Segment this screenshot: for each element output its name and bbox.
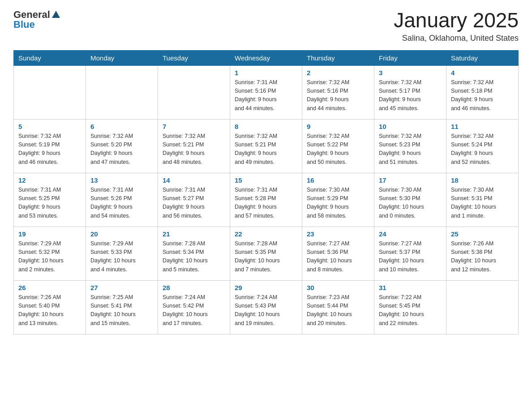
day-info: Sunrise: 7:31 AM Sunset: 5:28 PM Dayligh… xyxy=(235,186,297,221)
weekday-header-saturday: Saturday xyxy=(446,50,519,65)
day-number: 27 xyxy=(90,284,153,291)
calendar-cell: 30Sunrise: 7:23 AM Sunset: 5:44 PM Dayli… xyxy=(302,280,374,334)
week-row-3: 12Sunrise: 7:31 AM Sunset: 5:25 PM Dayli… xyxy=(14,173,519,227)
day-info: Sunrise: 7:30 AM Sunset: 5:31 PM Dayligh… xyxy=(451,186,514,221)
logo-blue-text: Blue xyxy=(13,19,35,30)
day-info: Sunrise: 7:27 AM Sunset: 5:37 PM Dayligh… xyxy=(379,240,442,274)
day-number: 30 xyxy=(307,284,369,291)
day-info: Sunrise: 7:32 AM Sunset: 5:16 PM Dayligh… xyxy=(307,78,369,113)
page-header: General Blue January 2025 Salina, Oklaho… xyxy=(13,9,519,43)
day-info: Sunrise: 7:26 AM Sunset: 5:40 PM Dayligh… xyxy=(18,293,81,328)
calendar-cell: 26Sunrise: 7:26 AM Sunset: 5:40 PM Dayli… xyxy=(14,280,86,334)
day-info: Sunrise: 7:32 AM Sunset: 5:23 PM Dayligh… xyxy=(379,132,442,167)
month-title: January 2025 xyxy=(394,9,519,32)
weekday-header-friday: Friday xyxy=(374,50,446,65)
calendar-cell: 4Sunrise: 7:32 AM Sunset: 5:18 PM Daylig… xyxy=(446,65,519,119)
weekday-header-row: SundayMondayTuesdayWednesdayThursdayFrid… xyxy=(14,50,519,65)
day-number: 12 xyxy=(18,176,81,184)
week-row-4: 19Sunrise: 7:29 AM Sunset: 5:32 PM Dayli… xyxy=(14,227,519,280)
day-number: 5 xyxy=(18,123,81,130)
day-info: Sunrise: 7:32 AM Sunset: 5:24 PM Dayligh… xyxy=(451,132,514,167)
day-number: 4 xyxy=(451,69,514,77)
calendar-cell: 11Sunrise: 7:32 AM Sunset: 5:24 PM Dayli… xyxy=(446,119,519,173)
day-info: Sunrise: 7:32 AM Sunset: 5:17 PM Dayligh… xyxy=(379,78,442,113)
day-number: 16 xyxy=(307,176,369,184)
day-info: Sunrise: 7:30 AM Sunset: 5:30 PM Dayligh… xyxy=(379,186,442,221)
calendar-cell: 27Sunrise: 7:25 AM Sunset: 5:41 PM Dayli… xyxy=(86,280,158,334)
day-number: 31 xyxy=(379,284,442,291)
day-number: 24 xyxy=(379,230,442,238)
day-info: Sunrise: 7:29 AM Sunset: 5:33 PM Dayligh… xyxy=(90,240,153,274)
logo: General Blue xyxy=(13,9,60,30)
calendar-cell: 7Sunrise: 7:32 AM Sunset: 5:21 PM Daylig… xyxy=(158,119,230,173)
day-number: 14 xyxy=(163,176,225,184)
calendar-cell: 25Sunrise: 7:26 AM Sunset: 5:38 PM Dayli… xyxy=(446,227,519,280)
day-info: Sunrise: 7:24 AM Sunset: 5:42 PM Dayligh… xyxy=(163,293,225,328)
calendar-cell: 21Sunrise: 7:28 AM Sunset: 5:34 PM Dayli… xyxy=(158,227,230,280)
calendar-cell: 18Sunrise: 7:30 AM Sunset: 5:31 PM Dayli… xyxy=(446,173,519,227)
calendar-cell: 28Sunrise: 7:24 AM Sunset: 5:42 PM Dayli… xyxy=(158,280,230,334)
day-number: 29 xyxy=(235,284,297,291)
day-info: Sunrise: 7:28 AM Sunset: 5:34 PM Dayligh… xyxy=(163,240,225,274)
calendar-cell: 31Sunrise: 7:22 AM Sunset: 5:45 PM Dayli… xyxy=(374,280,446,334)
calendar-cell xyxy=(158,65,230,119)
day-number: 9 xyxy=(307,123,369,130)
day-info: Sunrise: 7:32 AM Sunset: 5:22 PM Dayligh… xyxy=(307,132,369,167)
calendar-cell: 5Sunrise: 7:32 AM Sunset: 5:19 PM Daylig… xyxy=(14,119,86,173)
day-info: Sunrise: 7:32 AM Sunset: 5:18 PM Dayligh… xyxy=(451,78,514,113)
location-title: Salina, Oklahoma, United States xyxy=(394,34,519,43)
day-number: 26 xyxy=(18,284,81,291)
calendar-cell: 3Sunrise: 7:32 AM Sunset: 5:17 PM Daylig… xyxy=(374,65,446,119)
day-info: Sunrise: 7:24 AM Sunset: 5:43 PM Dayligh… xyxy=(235,293,297,328)
calendar-cell: 19Sunrise: 7:29 AM Sunset: 5:32 PM Dayli… xyxy=(14,227,86,280)
calendar-cell: 1Sunrise: 7:31 AM Sunset: 5:16 PM Daylig… xyxy=(230,65,302,119)
day-info: Sunrise: 7:30 AM Sunset: 5:29 PM Dayligh… xyxy=(307,186,369,221)
calendar-cell: 16Sunrise: 7:30 AM Sunset: 5:29 PM Dayli… xyxy=(302,173,374,227)
day-number: 11 xyxy=(451,123,514,130)
day-info: Sunrise: 7:32 AM Sunset: 5:20 PM Dayligh… xyxy=(90,132,153,167)
day-number: 3 xyxy=(379,69,442,77)
calendar-cell xyxy=(446,280,519,334)
day-number: 15 xyxy=(235,176,297,184)
calendar-cell: 29Sunrise: 7:24 AM Sunset: 5:43 PM Dayli… xyxy=(230,280,302,334)
day-number: 6 xyxy=(90,123,153,130)
day-info: Sunrise: 7:23 AM Sunset: 5:44 PM Dayligh… xyxy=(307,293,369,328)
calendar-cell: 6Sunrise: 7:32 AM Sunset: 5:20 PM Daylig… xyxy=(86,119,158,173)
title-block: January 2025 Salina, Oklahoma, United St… xyxy=(394,9,519,43)
week-row-5: 26Sunrise: 7:26 AM Sunset: 5:40 PM Dayli… xyxy=(14,280,519,334)
weekday-header-monday: Monday xyxy=(86,50,158,65)
calendar-table: SundayMondayTuesdayWednesdayThursdayFrid… xyxy=(13,50,519,334)
day-info: Sunrise: 7:26 AM Sunset: 5:38 PM Dayligh… xyxy=(451,240,514,274)
logo-triangle-icon xyxy=(52,11,60,18)
day-number: 28 xyxy=(163,284,225,291)
day-info: Sunrise: 7:31 AM Sunset: 5:16 PM Dayligh… xyxy=(235,78,297,113)
day-info: Sunrise: 7:27 AM Sunset: 5:36 PM Dayligh… xyxy=(307,240,369,274)
week-row-2: 5Sunrise: 7:32 AM Sunset: 5:19 PM Daylig… xyxy=(14,119,519,173)
day-number: 7 xyxy=(163,123,225,130)
day-info: Sunrise: 7:25 AM Sunset: 5:41 PM Dayligh… xyxy=(90,293,153,328)
day-info: Sunrise: 7:29 AM Sunset: 5:32 PM Dayligh… xyxy=(18,240,81,274)
day-number: 10 xyxy=(379,123,442,130)
day-info: Sunrise: 7:32 AM Sunset: 5:21 PM Dayligh… xyxy=(235,132,297,167)
day-number: 20 xyxy=(90,230,153,238)
day-info: Sunrise: 7:32 AM Sunset: 5:19 PM Dayligh… xyxy=(18,132,81,167)
day-number: 8 xyxy=(235,123,297,130)
day-number: 1 xyxy=(235,69,297,77)
day-number: 13 xyxy=(90,176,153,184)
calendar-cell: 20Sunrise: 7:29 AM Sunset: 5:33 PM Dayli… xyxy=(86,227,158,280)
day-number: 22 xyxy=(235,230,297,238)
calendar-cell xyxy=(86,65,158,119)
day-number: 19 xyxy=(18,230,81,238)
day-info: Sunrise: 7:31 AM Sunset: 5:27 PM Dayligh… xyxy=(163,186,225,221)
weekday-header-thursday: Thursday xyxy=(302,50,374,65)
calendar-cell: 14Sunrise: 7:31 AM Sunset: 5:27 PM Dayli… xyxy=(158,173,230,227)
day-info: Sunrise: 7:31 AM Sunset: 5:26 PM Dayligh… xyxy=(90,186,153,221)
day-number: 21 xyxy=(163,230,225,238)
calendar-cell: 8Sunrise: 7:32 AM Sunset: 5:21 PM Daylig… xyxy=(230,119,302,173)
calendar-cell: 24Sunrise: 7:27 AM Sunset: 5:37 PM Dayli… xyxy=(374,227,446,280)
calendar-cell: 17Sunrise: 7:30 AM Sunset: 5:30 PM Dayli… xyxy=(374,173,446,227)
calendar-cell: 22Sunrise: 7:28 AM Sunset: 5:35 PM Dayli… xyxy=(230,227,302,280)
calendar-cell xyxy=(14,65,86,119)
weekday-header-sunday: Sunday xyxy=(14,50,86,65)
day-number: 18 xyxy=(451,176,514,184)
